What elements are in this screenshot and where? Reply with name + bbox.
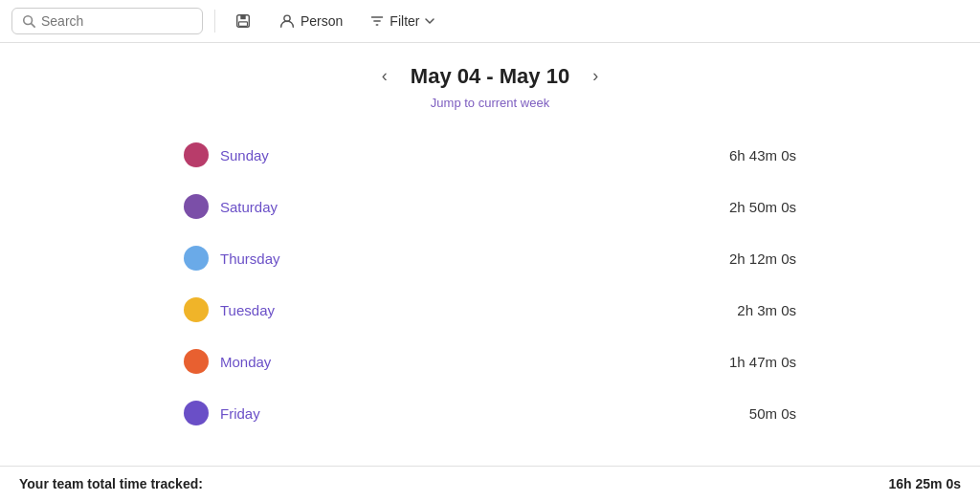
person-label: Person bbox=[301, 13, 343, 29]
day-dot bbox=[184, 401, 209, 425]
day-left: Tuesday bbox=[184, 297, 275, 322]
search-icon bbox=[22, 14, 35, 28]
main-content: ‹ May 04 - May 10 › Jump to current week… bbox=[0, 43, 980, 466]
day-name[interactable]: Friday bbox=[220, 405, 260, 422]
day-row: Monday1h 47m 0s bbox=[165, 336, 815, 387]
day-row: Thursday2h 12m 0s bbox=[165, 232, 815, 284]
chevron-down-icon bbox=[424, 15, 435, 27]
day-time: 1h 47m 0s bbox=[729, 354, 796, 370]
save-button[interactable] bbox=[227, 8, 259, 34]
footer: Your team total time tracked: 16h 25m 0s bbox=[0, 466, 980, 501]
day-name[interactable]: Sunday bbox=[220, 147, 269, 163]
day-dot bbox=[184, 246, 209, 271]
days-list: Sunday6h 43m 0sSaturday2h 50m 0sThursday… bbox=[165, 129, 815, 439]
prev-week-button[interactable]: ‹ bbox=[374, 62, 395, 90]
svg-rect-3 bbox=[240, 15, 245, 20]
day-name[interactable]: Monday bbox=[220, 354, 271, 370]
day-row: Tuesday2h 3m 0s bbox=[165, 284, 815, 336]
day-left: Thursday bbox=[184, 246, 280, 271]
toolbar: Person Filter bbox=[0, 0, 980, 43]
day-name[interactable]: Tuesday bbox=[220, 302, 275, 318]
day-name[interactable]: Thursday bbox=[220, 250, 280, 267]
day-time: 2h 12m 0s bbox=[729, 250, 796, 267]
day-time: 2h 3m 0s bbox=[737, 302, 796, 318]
day-dot bbox=[184, 297, 209, 322]
day-row: Sunday6h 43m 0s bbox=[165, 129, 815, 181]
filter-icon bbox=[369, 13, 385, 29]
day-dot bbox=[184, 142, 209, 167]
svg-rect-4 bbox=[239, 22, 248, 27]
day-left: Saturday bbox=[184, 194, 278, 219]
week-nav: ‹ May 04 - May 10 › bbox=[374, 62, 606, 90]
jump-to-current-week-link[interactable]: Jump to current week bbox=[431, 96, 549, 110]
day-left: Friday bbox=[184, 401, 260, 425]
filter-button[interactable]: Filter bbox=[362, 9, 443, 33]
day-time: 50m 0s bbox=[749, 405, 796, 422]
next-week-button[interactable]: › bbox=[585, 62, 606, 90]
toolbar-divider bbox=[214, 10, 215, 33]
day-time: 2h 50m 0s bbox=[729, 199, 796, 215]
day-dot bbox=[184, 349, 209, 374]
week-range-label: May 04 - May 10 bbox=[411, 64, 569, 89]
day-left: Monday bbox=[184, 349, 271, 374]
day-row: Saturday2h 50m 0s bbox=[165, 181, 815, 232]
filter-label: Filter bbox=[390, 13, 419, 29]
svg-line-1 bbox=[32, 24, 35, 28]
footer-total: 16h 25m 0s bbox=[889, 476, 962, 491]
person-icon bbox=[278, 12, 296, 30]
search-box[interactable] bbox=[11, 8, 203, 34]
footer-label: Your team total time tracked: bbox=[19, 476, 203, 491]
person-button[interactable]: Person bbox=[271, 8, 350, 34]
day-left: Sunday bbox=[184, 142, 269, 167]
day-time: 6h 43m 0s bbox=[729, 147, 796, 163]
search-input[interactable] bbox=[41, 13, 192, 29]
save-icon bbox=[234, 12, 252, 30]
day-name[interactable]: Saturday bbox=[220, 199, 278, 215]
day-row: Friday50m 0s bbox=[165, 387, 815, 439]
day-dot bbox=[184, 194, 209, 219]
